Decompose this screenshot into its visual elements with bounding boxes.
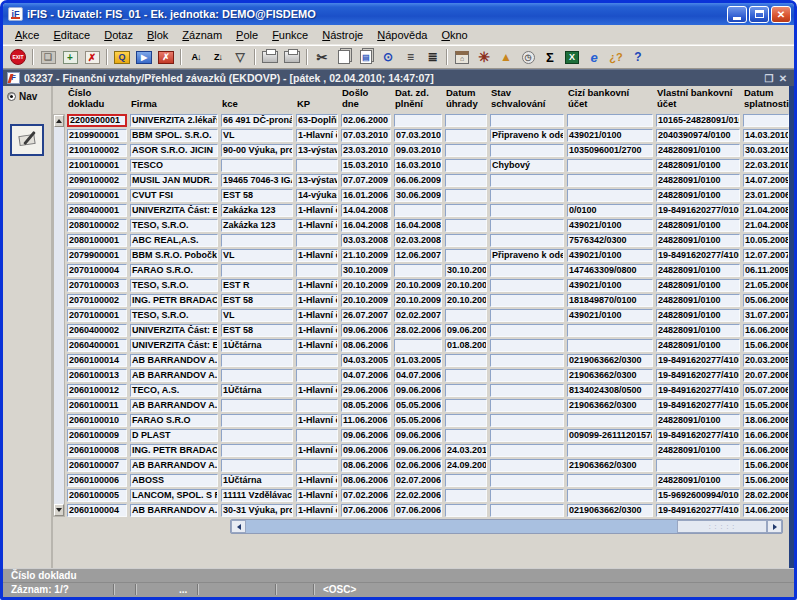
cell-akce[interactable]	[221, 429, 293, 442]
cell-kp[interactable]: 1-Hlavní či	[296, 489, 338, 502]
inner-close-button[interactable]: ✕	[776, 73, 790, 84]
cell-splatnost[interactable]: 15.06.2006	[743, 339, 789, 352]
cell-akce[interactable]: 66 491 DČ-pronájn	[221, 114, 293, 127]
cell-vlastni[interactable]: 24828091/0100	[656, 339, 740, 352]
cell-firma[interactable]: BBM SPOL. S.R.O.	[130, 129, 218, 142]
cell-vlastni[interactable]: 24828091/0100	[656, 234, 740, 247]
cell-cislo[interactable]: 2060100012	[67, 384, 127, 397]
cell-stav[interactable]: Připraveno k odesl.	[490, 249, 564, 262]
cell-stav[interactable]	[490, 399, 564, 412]
cell-vlastni[interactable]: 24828091/0100	[656, 294, 740, 307]
help-button[interactable]: ?	[628, 48, 648, 67]
cell-doslo[interactable]: 21.10.2009	[341, 249, 391, 262]
clock-button[interactable]: ◷	[518, 48, 538, 67]
cell-uhrada[interactable]	[445, 204, 487, 217]
cell-cislo[interactable]: 2079900001	[67, 249, 127, 262]
cell-kp[interactable]: 13-výstav	[296, 144, 338, 157]
cell-kp[interactable]	[296, 354, 338, 367]
cell-splatnost[interactable]: 16.06.2006	[743, 324, 789, 337]
cell-stav[interactable]	[490, 369, 564, 382]
cell-firma[interactable]: CVUT FSI	[130, 189, 218, 202]
cell-vlastni[interactable]: 24828091/0100	[656, 219, 740, 232]
copy-button[interactable]	[334, 48, 354, 67]
cell-splatnost[interactable]: 15.05.2006	[743, 399, 789, 412]
cell-vlastni[interactable]: 24828091/0100	[656, 159, 740, 172]
cell-kp[interactable]: 1-Hlavní či	[296, 279, 338, 292]
cell-firma[interactable]: ABOSS	[130, 474, 218, 487]
cell-cizi[interactable]: 181849870/0100	[567, 294, 653, 307]
cell-doslo[interactable]: 04.07.2006	[341, 369, 391, 382]
cell-cizi[interactable]: 147463309/0800	[567, 264, 653, 277]
cell-akce[interactable]	[221, 159, 293, 172]
cell-splatnost[interactable]: 23.01.2006	[743, 189, 789, 202]
cell-cislo[interactable]: 2090100002	[67, 174, 127, 187]
cell-uhrada[interactable]: 09.06.2006	[445, 324, 487, 337]
cell-kp[interactable]: 1-Hlavní či	[296, 294, 338, 307]
cell-uhrada[interactable]: 30.10.2009	[445, 264, 487, 277]
cell-firma[interactable]: ABC REAL,A.S.	[130, 234, 218, 247]
cell-cislo[interactable]: 2080100001	[67, 234, 127, 247]
cell-vlastni[interactable]: 19-8491620277/4100	[656, 369, 740, 382]
cell-cislo[interactable]: 2070100004	[67, 264, 127, 277]
cell-doslo[interactable]: 07.02.2006	[341, 489, 391, 502]
windows-list-button[interactable]: ❏	[38, 48, 58, 67]
cell-cislo[interactable]: 2060100014	[67, 354, 127, 367]
cell-datzd[interactable]: 07.03.2010	[394, 129, 442, 142]
cell-firma[interactable]: FARAO S.R.O	[130, 414, 218, 427]
maximize-button[interactable]	[749, 6, 769, 23]
cell-firma[interactable]: UNIVERZITA Část: EkF	[130, 339, 218, 352]
cell-doslo[interactable]: 20.10.2009	[341, 294, 391, 307]
cell-akce[interactable]: EST 58	[221, 189, 293, 202]
cell-cislo[interactable]: 2109900001	[67, 129, 127, 142]
cell-vlastni[interactable]: 24828091/0100	[656, 414, 740, 427]
cell-datzd[interactable]: 02.02.2007	[394, 309, 442, 322]
close-button[interactable]: ✕	[771, 6, 791, 23]
cell-stav[interactable]	[490, 144, 564, 157]
cell-stav[interactable]	[490, 354, 564, 367]
cell-cislo[interactable]: 2100100002	[67, 144, 127, 157]
cell-stav[interactable]	[490, 114, 564, 127]
cell-doslo[interactable]: 23.03.2010	[341, 144, 391, 157]
menu-item-nastroje[interactable]: Nástroje	[315, 27, 370, 43]
cell-splatnost[interactable]: 14.06.2006	[743, 504, 789, 517]
cell-firma[interactable]: ING. PETR BRADAC	[130, 294, 218, 307]
print-button[interactable]	[260, 48, 280, 67]
cell-cizi[interactable]	[567, 474, 653, 487]
cell-kp[interactable]: 1-Hlavní či	[296, 384, 338, 397]
cell-vlastni[interactable]: 19-8491620277/4100	[656, 384, 740, 397]
cell-cizi[interactable]	[567, 414, 653, 427]
cell-akce[interactable]	[221, 444, 293, 457]
cell-splatnost[interactable]: 12.07.2007	[743, 249, 789, 262]
nav-radio-icon[interactable]	[7, 92, 16, 101]
cell-datzd[interactable]: 05.05.2006	[394, 399, 442, 412]
cell-uhrada[interactable]	[445, 384, 487, 397]
cell-doslo[interactable]: 03.03.2008	[341, 234, 391, 247]
cell-cislo[interactable]: 2060400001	[67, 339, 127, 352]
cell-uhrada[interactable]	[445, 174, 487, 187]
cell-vlastni[interactable]: 24828091/0100	[656, 264, 740, 277]
cell-stav[interactable]	[490, 174, 564, 187]
cell-akce[interactable]: 19465 7046-3 IGA	[221, 174, 293, 187]
cell-firma[interactable]: BBM S.R.O. Pobočka Prah	[130, 249, 218, 262]
cell-doslo[interactable]: 26.07.2007	[341, 309, 391, 322]
cell-uhrada[interactable]	[445, 489, 487, 502]
cut-button[interactable]: ✂	[312, 48, 332, 67]
cell-uhrada[interactable]	[445, 474, 487, 487]
execute-query-button[interactable]: ▶	[134, 48, 154, 67]
cell-akce[interactable]: 1Účtárna	[221, 474, 293, 487]
cell-doslo[interactable]: 08.06.2006	[341, 459, 391, 472]
find-button[interactable]: ⊙	[378, 48, 398, 67]
cell-cizi[interactable]: 439021/0100	[567, 219, 653, 232]
sort-descending-button[interactable]: Z↓	[208, 48, 228, 67]
cell-stav[interactable]: Připraveno k odesl.	[490, 129, 564, 142]
cell-cizi[interactable]	[567, 174, 653, 187]
cell-kp[interactable]: 1-Hlavní či	[296, 414, 338, 427]
cell-vlastni[interactable]: 19-8491620277/4100	[656, 429, 740, 442]
cell-stav[interactable]	[490, 339, 564, 352]
inner-restore-button[interactable]: ❐	[762, 73, 776, 84]
menu-item-okno[interactable]: Okno	[434, 27, 474, 43]
cell-datzd[interactable]: 09.06.2006	[394, 444, 442, 457]
excel-export-button[interactable]: X	[562, 48, 582, 67]
cell-cislo[interactable]: 2060100008	[67, 444, 127, 457]
cell-kp[interactable]: 1-Hlavní či	[296, 129, 338, 142]
